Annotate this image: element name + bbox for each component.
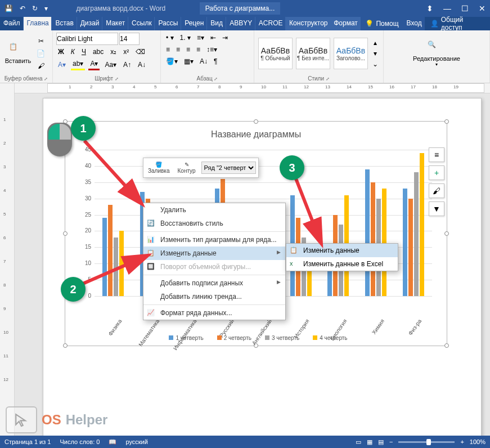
grow-font-icon[interactable]: A↑ (122, 59, 133, 70)
ctx-delete[interactable]: Удалить (143, 203, 285, 217)
bar-Физика-3 четверть[interactable] (114, 238, 118, 296)
chart-layouts-button[interactable]: ≡ (429, 147, 444, 162)
view-print-icon[interactable]: ▦ (367, 438, 372, 446)
increase-indent-icon[interactable]: ⇥ (221, 33, 230, 43)
login-link[interactable]: Вход (403, 17, 425, 30)
bar-Физ-ра-3 четверть[interactable] (414, 172, 419, 296)
ctx-add-trendline[interactable]: Добавить линию тренда... (143, 290, 285, 303)
view-read-icon[interactable]: ▭ (356, 438, 361, 446)
tab-review[interactable]: Рецен (181, 17, 207, 30)
tab-mailings[interactable]: Рассы (155, 17, 181, 30)
ctx-change-chart-type[interactable]: 📊Изменить тип диаграммы для ряда... (143, 233, 285, 247)
ctx-add-data-labels[interactable]: Добавить подписи данных (143, 276, 285, 290)
ctx-reset-style[interactable]: 🔄Восстановить стиль (143, 217, 285, 230)
numbering-icon[interactable]: 1. ▾ (178, 33, 192, 43)
maximize-icon[interactable]: ☐ (461, 4, 469, 13)
bold-button[interactable]: Ж (56, 47, 66, 57)
align-right-icon[interactable]: ≡ (185, 44, 192, 55)
font-size-select[interactable] (119, 33, 140, 45)
styles-up-icon[interactable]: ▴ (371, 38, 380, 48)
bar-Физика-1 четверть[interactable] (102, 218, 107, 296)
ctx-format-series[interactable]: 📈Формат ряда данных... (143, 306, 285, 320)
tab-acrobat[interactable]: ACROE (255, 17, 286, 30)
zoom-slider[interactable] (398, 441, 455, 443)
tab-view[interactable]: Вид (207, 17, 226, 30)
styles-more-icon[interactable]: ⌄ (371, 59, 380, 69)
tab-abbyy[interactable]: ABBYY (226, 17, 255, 30)
chart-legend[interactable]: 1 четверть2 четверть3 четверть4 четверть (65, 335, 447, 341)
strike-button[interactable]: abc (91, 47, 105, 57)
styles-down-icon[interactable]: ▾ (371, 48, 380, 59)
align-left-icon[interactable]: ≡ (164, 44, 172, 55)
chart-filter-button[interactable]: ▼ (429, 201, 444, 216)
bar-Физ-ра-4 четверть[interactable] (420, 153, 424, 296)
minimize-icon[interactable]: — (443, 4, 451, 13)
justify-icon[interactable]: ≡ (195, 44, 202, 55)
shading-icon[interactable]: 🪣▾ (164, 56, 179, 66)
decrease-indent-icon[interactable]: ⇤ (209, 33, 218, 43)
multilevel-icon[interactable]: ≡▾ (195, 33, 206, 43)
chart-styles-button[interactable]: 🖌 (429, 183, 444, 198)
status-spellcheck-icon[interactable]: 📖 (109, 438, 116, 446)
tab-layout[interactable]: Макет (102, 17, 128, 30)
bar-Физика-4 четверть[interactable] (119, 231, 124, 296)
bullets-icon[interactable]: • ▾ (164, 33, 176, 43)
tab-home[interactable]: Главна (24, 17, 52, 30)
paste-button[interactable]: 📋 Вставить (3, 43, 33, 64)
tab-file[interactable]: Файл (0, 17, 24, 30)
shape-fill-button[interactable]: 🪣Заливка (146, 160, 172, 175)
format-painter-icon[interactable]: 🖌 (35, 61, 47, 71)
clear-format-icon[interactable]: ⌫ (134, 47, 147, 57)
status-page[interactable]: Страница 1 из 1 (5, 438, 51, 445)
tab-chart-design[interactable]: Конструктор (286, 17, 330, 30)
change-case-icon[interactable]: Aa▾ (103, 59, 118, 70)
tab-design[interactable]: Дизай (77, 17, 103, 30)
legend-item[interactable]: 2 четверть (213, 335, 251, 341)
show-marks-icon[interactable]: ¶ (212, 56, 219, 66)
legend-item[interactable]: 1 четверть (164, 335, 203, 341)
chart-add-element-button[interactable]: + (429, 165, 444, 180)
status-language[interactable]: русский (125, 438, 147, 445)
bar-Химия-4 четверть[interactable] (382, 189, 386, 296)
italic-button[interactable]: К (69, 47, 77, 57)
style-heading1[interactable]: АаБбВвЗаголово... (334, 38, 368, 69)
align-center-icon[interactable]: ≡ (174, 44, 182, 55)
style-normal[interactable]: АаБбВв¶ Обычный (258, 38, 293, 69)
line-spacing-icon[interactable]: ↕≡▾ (205, 44, 219, 55)
save-icon[interactable]: 💾 (5, 5, 13, 12)
tab-references[interactable]: Ссылк (128, 17, 155, 30)
bar-Физ-ра-1 четверть[interactable] (403, 189, 407, 296)
sub-edit-data[interactable]: 📋Изменить данные (286, 244, 398, 257)
zoom-out-icon[interactable]: − (389, 438, 393, 445)
zoom-level[interactable]: 100% (470, 438, 485, 445)
sub-edit-data-excel[interactable]: xИзменить данные в Excel (286, 257, 398, 271)
underline-button[interactable]: Ч (80, 47, 88, 57)
tell-me[interactable]: 💡 Помощ (361, 17, 403, 30)
undo-icon[interactable]: ↶ (20, 5, 25, 12)
series-selector[interactable]: Ряд "2 четверт (201, 162, 256, 174)
font-name-select[interactable] (56, 33, 118, 45)
bar-Химия-2 четверть[interactable] (371, 182, 375, 296)
redo-icon[interactable]: ↻ (32, 5, 38, 12)
bar-Физика-2 четверть[interactable] (108, 205, 113, 296)
style-nospacing[interactable]: АаБбВв¶ Без инте... (296, 38, 330, 69)
ctx-edit-data[interactable]: 📋Изменить данные (143, 247, 285, 260)
text-effects-icon[interactable]: A▾ (56, 59, 68, 70)
status-word-count[interactable]: Число слов: 0 (60, 438, 100, 445)
cut-icon[interactable]: ✂ (35, 36, 47, 46)
tab-chart-format[interactable]: Формат (330, 17, 361, 30)
highlight-icon[interactable]: ab▾ (71, 59, 85, 70)
close-icon[interactable]: ✕ (479, 4, 485, 13)
bar-Физ-ра-2 четверть[interactable] (408, 199, 413, 296)
legend-item[interactable]: 3 четверть (260, 335, 299, 341)
subscript-button[interactable]: x₂ (109, 47, 118, 57)
bar-Химия-1 четверть[interactable] (365, 169, 370, 296)
zoom-in-icon[interactable]: + (460, 438, 464, 445)
borders-icon[interactable]: ▦▾ (182, 56, 195, 66)
ribbon-collapse-icon[interactable]: ⬍ (426, 4, 433, 13)
copy-icon[interactable]: 📄 (35, 48, 47, 59)
view-web-icon[interactable]: ▤ (378, 438, 384, 446)
legend-item[interactable]: 4 четверть (308, 335, 347, 341)
tab-insert[interactable]: Встав (52, 17, 77, 30)
font-color-icon[interactable]: A▾ (88, 59, 100, 70)
